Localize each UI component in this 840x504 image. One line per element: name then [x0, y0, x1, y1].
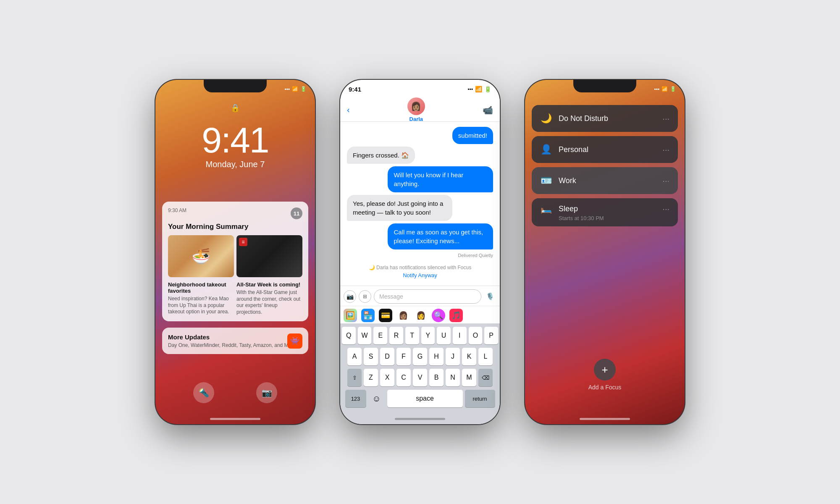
notif-article-1-title: Neighborhood takeout favorites [168, 281, 234, 294]
kb-b[interactable]: B [429, 369, 444, 386]
flashlight-button[interactable]: 🔦 [193, 382, 214, 403]
notif-images [168, 235, 302, 277]
notif-articles: Neighborhood takeout favorites Need insp… [168, 281, 302, 315]
more-updates-icons: 👾 [287, 333, 302, 349]
appstore-app-icon[interactable]: 🏪 [361, 309, 375, 322]
personal-label: Personal [559, 145, 656, 154]
status-icons-2: ▪▪▪ 📶 🔋 [467, 86, 491, 92]
kb-v[interactable]: V [413, 369, 427, 386]
more-updates-card[interactable]: More Updates Day One, WaterMinder, Reddi… [162, 328, 308, 354]
sleep-subtitle: Starts at 10:30 PM [559, 215, 604, 221]
kb-g[interactable]: G [413, 348, 427, 365]
reddit-icon: 👾 [287, 333, 302, 349]
phone-1-screen: ▪▪▪ 📶 🔋 🔒 9:41 Monday, June 7 9:30 AM 11… [155, 80, 315, 424]
kb-i[interactable]: I [453, 327, 467, 344]
kb-z[interactable]: Z [364, 369, 378, 386]
message-input-bar: 📷 ⊞ Message 🎙️ [340, 286, 500, 307]
kb-u[interactable]: U [437, 327, 451, 344]
notification-card[interactable]: 9:30 AM 11 Your Morning Summary Neighbor… [162, 202, 308, 321]
kb-l[interactable]: L [478, 348, 493, 365]
phone-3-notch [573, 80, 636, 92]
applepay-app-icon[interactable]: 💳 [379, 309, 392, 322]
kb-x[interactable]: X [380, 369, 394, 386]
kb-r[interactable]: R [389, 327, 403, 344]
notif-food-image [168, 235, 234, 277]
kb-q[interactable]: Q [342, 327, 356, 344]
kb-w[interactable]: W [358, 327, 372, 344]
messages-area: submitted! Fingers crossed. 🏠 Will let y… [340, 122, 500, 281]
kb-123[interactable]: 123 [345, 390, 366, 407]
signal-icon: ▪▪▪ [284, 86, 290, 92]
kb-shift[interactable]: ⇧ [347, 369, 362, 386]
notify-anyway-button[interactable]: Notify Anyway [347, 272, 493, 278]
focus-sleep[interactable]: 🛏️ Sleep ··· Starts at 10:30 PM [532, 198, 678, 226]
kb-k[interactable]: K [462, 348, 476, 365]
memoji2-app-icon[interactable]: 👩 [414, 309, 428, 322]
notif-sport-image [236, 235, 302, 277]
kb-d[interactable]: D [380, 348, 394, 365]
search-app-icon[interactable]: 🔍 [432, 309, 445, 322]
kb-return[interactable]: return [465, 390, 495, 407]
music-app-icon[interactable]: 🎵 [449, 309, 463, 322]
message-2: Fingers crossed. 🏠 [347, 147, 415, 164]
contact-name: Darla [410, 116, 423, 122]
video-call-button[interactable]: 📹 [483, 105, 493, 115]
add-focus-button[interactable]: + [594, 359, 616, 381]
kb-h[interactable]: H [429, 348, 444, 365]
kb-c[interactable]: C [396, 369, 411, 386]
message-text-field[interactable]: Message [374, 289, 481, 304]
kb-row-2: A S D F G H J K L [342, 348, 498, 365]
memoji-app-icon[interactable]: 👩🏽 [396, 309, 410, 322]
kb-p[interactable]: P [484, 327, 498, 344]
sleep-main-row: 🛏️ Sleep ··· [540, 203, 669, 214]
keyboard: Q W E R T Y U I O P A S D F G H J K L [340, 323, 500, 424]
kb-o[interactable]: O [469, 327, 483, 344]
kb-e[interactable]: E [373, 327, 387, 344]
notif-title: Your Morning Summary [168, 223, 302, 231]
notif-article-1: Neighborhood takeout favorites Need insp… [168, 281, 234, 315]
focus-personal[interactable]: 👤 Personal ··· [532, 136, 678, 163]
kb-a[interactable]: A [347, 348, 362, 365]
personal-more-icon[interactable]: ··· [662, 145, 669, 155]
phone-2-screen: 9:41 ▪▪▪ 📶 🔋 ‹ 👩🏽 Darla 📹 submitted! Fin… [340, 80, 500, 424]
dnd-more-icon[interactable]: ··· [662, 114, 669, 123]
message-4: Yes, please do! Just going into a meetin… [347, 195, 452, 221]
notif-time: 9:30 AM [168, 207, 186, 213]
battery-icon-2: 🔋 [484, 86, 491, 92]
kb-s[interactable]: S [364, 348, 378, 365]
work-label: Work [559, 176, 656, 185]
camera-button[interactable]: 📷 [256, 382, 277, 403]
message-3: Will let you know if I hear anything. [388, 166, 493, 192]
audio-input-icon[interactable]: 🎙️ [484, 290, 496, 303]
kb-n[interactable]: N [446, 369, 460, 386]
kb-space[interactable]: space [387, 390, 463, 407]
focus-work[interactable]: 🪪 Work ··· [532, 167, 678, 194]
signal-icon-3: ▪▪▪ [654, 86, 659, 92]
photos-app-icon[interactable]: 🖼️ [344, 309, 357, 322]
kb-f[interactable]: F [396, 348, 411, 365]
camera-input-icon[interactable]: 📷 [344, 290, 356, 303]
kb-t[interactable]: T [405, 327, 419, 344]
kb-y[interactable]: Y [421, 327, 435, 344]
home-indicator-1 [210, 418, 260, 420]
back-button[interactable]: ‹ [347, 105, 350, 115]
sleep-more-icon[interactable]: ··· [662, 204, 669, 214]
dnd-icon: 🌙 [540, 113, 552, 124]
apps-input-icon[interactable]: ⊞ [359, 290, 371, 303]
focus-do-not-disturb[interactable]: 🌙 Do Not Disturb ··· [532, 105, 678, 132]
lockscreen-bottom-buttons: 🔦 📷 [155, 382, 315, 403]
contact-info[interactable]: 👩🏽 Darla [407, 97, 425, 122]
phone-1-notch [204, 80, 267, 92]
notif-article-2: All-Star Week is coming! With the All-St… [236, 281, 302, 315]
kb-emoji[interactable]: ☺ [368, 390, 385, 407]
work-more-icon[interactable]: ··· [662, 176, 669, 186]
kb-m[interactable]: M [462, 369, 476, 386]
phone-3-focus: ▪▪▪ 📶 🔋 🌙 Do Not Disturb ··· 👤 Personal … [525, 80, 685, 424]
lockscreen-time: 9:41 Monday, June 7 [155, 122, 315, 169]
kb-delete[interactable]: ⌫ [478, 369, 493, 386]
more-updates-body: Day One, WaterMinder, Reddit, Tasty, Ama… [168, 342, 302, 348]
kb-j[interactable]: J [446, 348, 460, 365]
message-apps-row: 🖼️ 🏪 💳 👩🏽 👩 🔍 🎵 [340, 306, 500, 324]
phone-1-lockscreen: ▪▪▪ 📶 🔋 🔒 9:41 Monday, June 7 9:30 AM 11… [155, 80, 315, 424]
sleep-icon: 🛏️ [540, 203, 552, 214]
